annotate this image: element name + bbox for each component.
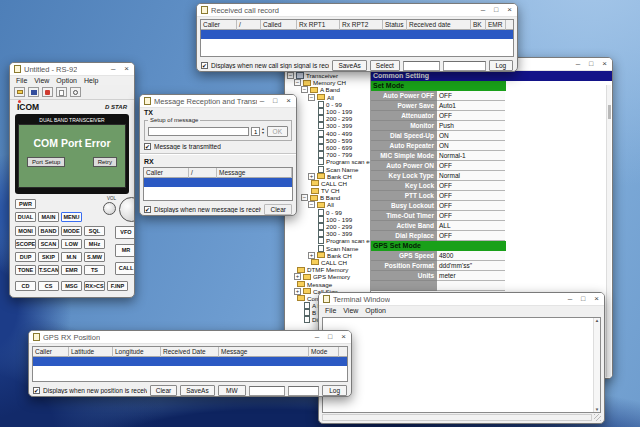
tree-item[interactable]: −Transceiver <box>285 72 370 79</box>
key-sql[interactable]: SQL <box>84 226 105 236</box>
tree-item[interactable]: 200 - 299 <box>285 223 370 230</box>
column-header[interactable]: Caller <box>33 347 69 357</box>
tree-expander-icon[interactable]: + <box>294 273 301 280</box>
tree-item[interactable]: +Bank CH <box>285 252 370 259</box>
save-file-button[interactable] <box>28 87 39 97</box>
key-call[interactable]: CALL <box>115 262 135 275</box>
resize-grip[interactable] <box>594 414 601 421</box>
tree-item[interactable]: 300 - 399 <box>285 230 370 237</box>
tree-item[interactable]: CALL CH <box>285 180 370 187</box>
column-header[interactable]: Rx RPT1 <box>297 20 340 30</box>
log-button[interactable]: Log <box>322 385 347 396</box>
retry-button[interactable]: Retry <box>93 157 117 167</box>
tree-expander-icon[interactable]: + <box>294 288 301 295</box>
close-button[interactable] <box>602 60 607 68</box>
setting-value[interactable]: ALL <box>437 221 505 231</box>
tree-item[interactable]: 300 - 399 <box>285 122 370 129</box>
tuning-dial-knob[interactable] <box>119 197 135 222</box>
tree-expander-icon[interactable]: − <box>301 194 308 201</box>
tree-item[interactable]: 700 - 799 <box>285 151 370 158</box>
key-msg[interactable]: MSG <box>61 281 82 291</box>
tree-item[interactable]: 500 - 599 <box>285 137 370 144</box>
tree-item[interactable]: 200 - 299 <box>285 115 370 122</box>
tree-item[interactable]: −B Band <box>285 194 370 201</box>
minimize-button[interactable] <box>568 295 572 303</box>
setting-value[interactable] <box>437 281 505 291</box>
maximize-button[interactable] <box>589 60 593 68</box>
key-m-n[interactable]: M.N <box>61 252 82 262</box>
setting-value[interactable]: Push <box>437 121 505 131</box>
selected-row[interactable] <box>201 30 513 39</box>
message-input[interactable] <box>148 127 249 136</box>
menu-item-help[interactable]: Help <box>84 77 98 84</box>
tree-item[interactable]: 600 - 699 <box>285 144 370 151</box>
menu-item-option[interactable]: Option <box>56 77 77 84</box>
spinner-value[interactable]: 1 <box>251 127 260 136</box>
column-header[interactable]: Longitude <box>113 347 161 357</box>
clear-button[interactable]: Clear <box>150 385 178 396</box>
menu-item-view[interactable]: View <box>34 77 49 84</box>
tree-expander-icon[interactable]: − <box>301 86 308 93</box>
key-s-mw[interactable]: S.MW <box>84 252 105 262</box>
tree-item[interactable]: DTMF Memory <box>285 266 370 273</box>
key-ts[interactable]: TS <box>84 265 105 275</box>
maximize-button[interactable] <box>494 6 498 14</box>
minimize-button[interactable] <box>260 97 264 105</box>
key-tone[interactable]: TONE <box>15 265 36 275</box>
tree-item[interactable]: +GPS Memory <box>285 273 370 280</box>
close-button[interactable] <box>124 65 129 73</box>
column-header[interactable]: Received Date <box>161 347 219 357</box>
key-emr[interactable]: EMR <box>61 265 82 275</box>
menu-item-file[interactable]: File <box>16 77 27 84</box>
column-header[interactable]: Message <box>219 347 309 357</box>
key-t-scan[interactable]: T.SCAN <box>38 265 59 275</box>
selected-row[interactable] <box>144 178 292 187</box>
menu-item-file[interactable]: File <box>325 307 336 314</box>
close-button[interactable] <box>286 97 291 105</box>
column-header[interactable]: Message <box>217 168 292 178</box>
setting-value[interactable]: Auto1 <box>437 101 505 111</box>
close-button[interactable] <box>341 333 346 341</box>
setting-value[interactable]: Normal-1 <box>437 151 505 161</box>
tree-item[interactable]: −All <box>285 201 370 208</box>
close-button[interactable] <box>507 6 512 14</box>
tree-item[interactable]: +Bank CH <box>285 173 370 180</box>
column-header[interactable]: BK <box>471 20 486 30</box>
column-header[interactable]: / <box>189 168 217 178</box>
gps-titlebar[interactable]: GPS RX Position <box>29 331 351 344</box>
column-header[interactable]: Status <box>383 20 407 30</box>
view-button[interactable] <box>70 87 81 97</box>
minimize-button[interactable] <box>111 65 115 73</box>
column-header[interactable]: Caller <box>144 168 189 178</box>
tree-item[interactable]: Message <box>285 280 370 287</box>
select-button[interactable]: Select <box>370 60 400 71</box>
key-mr[interactable]: MR <box>115 244 135 257</box>
key-f-inp[interactable]: F.INP <box>107 281 128 291</box>
setting-value[interactable]: OFF <box>437 231 505 241</box>
tree-item[interactable]: Scan Name <box>285 245 370 252</box>
tree-expander-icon[interactable]: − <box>294 79 301 86</box>
setting-value[interactable]: OFF <box>437 91 505 101</box>
key-menu[interactable]: MENU <box>61 212 82 222</box>
tree-item[interactable]: −All <box>285 94 370 101</box>
tree-item[interactable]: Scan Name <box>285 165 370 172</box>
vertical-scrollbar[interactable]: ▲▼ <box>593 318 600 412</box>
tree-expander-icon[interactable]: − <box>287 72 294 79</box>
column-header[interactable]: Mode <box>309 347 339 357</box>
key-vfo[interactable]: VFO <box>115 226 135 239</box>
column-header[interactable]: Caller <box>201 20 237 30</box>
display-new-message-checkbox[interactable] <box>144 206 151 213</box>
tree-expander-icon[interactable]: + <box>308 173 315 180</box>
call-record-titlebar[interactable]: Received call record <box>197 4 517 17</box>
tree-item[interactable]: CALL CH <box>285 259 370 266</box>
horizontal-scrollbar[interactable] <box>322 414 592 421</box>
selected-row[interactable] <box>33 357 347 366</box>
volume-knob[interactable] <box>103 202 116 215</box>
menu-item-option[interactable]: Option <box>365 307 386 314</box>
settings-scrollbar[interactable] <box>606 85 611 377</box>
ok-button[interactable]: OK <box>267 126 288 137</box>
rs92-titlebar[interactable]: Untitled - RS-92 <box>10 63 134 76</box>
setting-value[interactable]: ON <box>437 131 505 141</box>
scroll-down-icon[interactable]: ▼ <box>595 407 599 412</box>
column-header[interactable]: Latitude <box>69 347 113 357</box>
